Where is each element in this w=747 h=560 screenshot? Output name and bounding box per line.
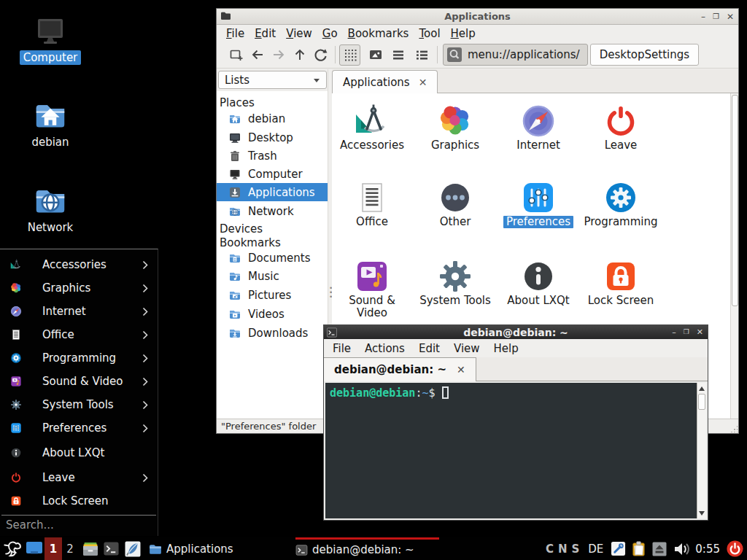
workspace-2-button[interactable]: 2 [62,537,78,560]
compact-view-button[interactable] [387,44,409,66]
removable-media-tray-icon[interactable] [652,542,667,556]
terminal-maximize-button[interactable]: ❐ [684,329,689,335]
detailed-list-button[interactable] [411,44,433,66]
fm-titlebar[interactable]: Applications – ❐ ✕ [217,9,738,25]
main-menu-button[interactable] [1,537,24,560]
menu-item-system-tools[interactable]: System Tools [0,393,158,416]
resize-grip[interactable] [730,425,738,432]
pathbar-current-segment[interactable]: menu://applications/ [443,44,588,66]
menu-item-preferences[interactable]: Preferences [0,416,158,440]
fm-menu-tool[interactable]: Tool [414,26,445,42]
up-button[interactable] [289,44,310,66]
terminal-screen[interactable]: debian@debian:~$ [325,383,697,518]
keyboard-layout-indicator[interactable]: DE [588,542,603,556]
menu-item-graphics[interactable]: Graphics [0,276,158,300]
menu-item-office[interactable]: Office [0,323,158,346]
file-manager-launcher[interactable] [80,537,101,560]
terminal-scrollbar[interactable] [697,383,706,518]
clock[interactable]: 0:55 [695,542,720,556]
show-desktop-button[interactable] [24,537,44,560]
fm-tab-applications[interactable]: Applications ✕ [332,70,438,93]
grid-item-office[interactable]: Office [334,180,410,228]
menu-item-accessories[interactable]: Accessories [0,253,158,276]
menu-item-leave[interactable]: Leave [0,466,158,489]
back-button[interactable] [247,44,268,66]
grid-item-accessories[interactable]: Accessories [334,104,410,152]
grid-item-programming[interactable]: Programming [583,180,659,228]
fm-menu-view[interactable]: View [281,26,317,42]
fm-menu-edit[interactable]: Edit [249,26,281,42]
grid-item-lock-screen[interactable]: Lock Screen [583,259,659,307]
fm-menu-bookmarks[interactable]: Bookmarks [343,26,414,42]
menu-item-about-lxqt[interactable]: About LXQt [0,441,158,464]
featherpad-launcher[interactable] [123,537,143,560]
grid-item-system-tools[interactable]: System Tools [417,259,493,307]
fm-minimize-button[interactable]: – [701,12,705,21]
sidebar-item-debian[interactable]: debian [217,109,328,128]
menu-search-input[interactable]: Search... [0,516,158,534]
menu-item-sound-video[interactable]: Sound & Video [0,370,158,393]
fm-menu-go[interactable]: Go [317,26,343,42]
menu-item-internet[interactable]: Internet [0,300,158,323]
sidebar-item-pictures[interactable]: Pictures [217,286,328,304]
grid-item-sound-video[interactable]: Sound & Video [334,259,410,319]
terminal-menu-edit[interactable]: Edit [412,341,447,357]
fm-menu-file[interactable]: File [221,26,249,42]
terminal-titlebar[interactable]: debian@debian: ~ – ❐ ✕ [324,325,708,339]
tab-close-icon[interactable]: ✕ [457,364,465,376]
workspace-1-button[interactable]: 1 [44,537,62,560]
desktop-icon-debian[interactable]: debian [12,99,88,149]
sidebar-item-trash[interactable]: Trash [217,147,328,165]
sidebar-item-music[interactable]: Music [217,267,328,285]
sidebar-item-network[interactable]: Network [217,202,328,220]
sidebar-item-documents[interactable]: Documents [217,249,328,267]
sidebar-item-applications[interactable]: Applications [217,183,328,201]
terminal-menu-actions[interactable]: Actions [358,341,412,357]
sidebar-item-videos[interactable]: Videos [217,305,328,323]
new-tab-button[interactable] [225,44,247,66]
pathbar-next-segment[interactable]: DesktopSettings [590,44,699,66]
volume-tray-icon[interactable] [673,541,690,557]
task-button-applications[interactable]: Applications [149,537,251,560]
fm-close-button[interactable]: ✕ [727,12,734,21]
fm-menu-help[interactable]: Help [446,26,481,42]
desktop-icon-network[interactable]: Network [12,184,88,235]
grid-item-preferences[interactable]: Preferences [500,180,576,228]
power-tray-icon[interactable] [726,540,744,558]
sidebar-item-downloads[interactable]: Downloads [217,324,328,342]
fm-vertical-scrollbar[interactable] [730,93,738,419]
sidebar-mode-combo[interactable]: Lists [218,71,327,89]
scrollbar-thumb[interactable] [698,394,705,410]
forward-button[interactable] [268,44,289,66]
reload-button[interactable] [310,44,331,66]
desktop-icon-computer[interactable]: Computer [12,18,88,65]
scroll-down-icon[interactable] [697,508,706,518]
sidebar-item-computer[interactable]: Computer [217,165,328,183]
grid-item-leave[interactable]: Leave [583,104,659,152]
menu-item-programming[interactable]: Programming [0,346,158,370]
fm-maximize-button[interactable]: ❐ [713,13,719,20]
sidebar-item-desktop[interactable]: Desktop [217,128,328,147]
grid-item-other[interactable]: Other [417,180,493,228]
terminal-minimize-button[interactable]: – [672,328,676,336]
scrollbar-thumb[interactable] [732,95,738,306]
clipboard-tray-icon[interactable] [631,541,646,557]
icon-view-button[interactable] [339,44,360,66]
tab-close-icon[interactable]: ✕ [419,77,427,88]
terminal-tabbar: debian@debian: ~ ✕ [324,357,708,381]
task-button-terminal[interactable]: debian@debian: ~ [295,537,439,560]
terminal-launcher[interactable] [101,537,121,560]
thumbnail-view-button[interactable] [365,44,386,66]
grid-item-internet[interactable]: Internet [500,104,576,152]
scroll-up-icon[interactable] [697,384,706,393]
menu-item-lock-screen[interactable]: Lock Screen [0,489,158,513]
terminal-tab[interactable]: debian@debian: ~ ✕ [324,357,476,381]
terminal-menu-file[interactable]: File [326,341,358,357]
terminal-menu-view[interactable]: View [447,341,487,357]
terminal-menu-help[interactable]: Help [487,341,526,357]
screenshot-tray-icon[interactable] [611,541,626,556]
grid-item-graphics[interactable]: Graphics [417,104,493,152]
grid-item-about-lxqt[interactable]: About LXQt [500,259,576,307]
lxqt-logo-icon [3,540,23,559]
terminal-close-button[interactable]: ✕ [697,328,703,336]
